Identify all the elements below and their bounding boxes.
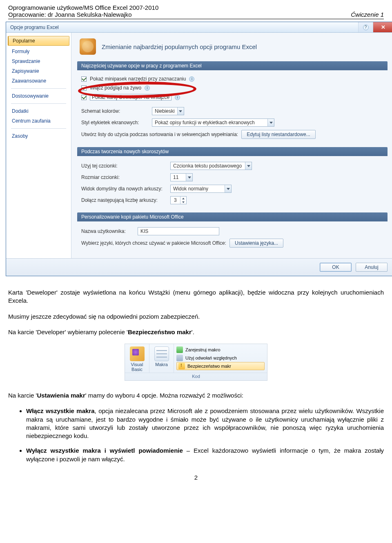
default-view-value: Widok normalny bbox=[171, 186, 225, 192]
chevron-up-icon bbox=[180, 197, 186, 200]
checkbox-live-preview[interactable] bbox=[81, 85, 87, 91]
ribbon-relative-refs-label: Użyj odwołań względnych bbox=[185, 355, 237, 360]
sheet-count-value: 3 bbox=[171, 197, 180, 204]
titlebar-text: Opcje programu Excel bbox=[10, 25, 358, 30]
options-icon bbox=[80, 38, 96, 55]
excel-options-dialog: Opcje programu Excel ? ✕ Popularne Formu… bbox=[6, 22, 392, 276]
ribbon-visual-basic-label: Visual Basic bbox=[126, 362, 148, 372]
relative-refs-icon bbox=[176, 355, 183, 361]
username-label: Nazwa użytkownika: bbox=[81, 228, 134, 234]
default-view-label: Widok domyślny dla nowych arkuszy: bbox=[81, 186, 167, 192]
info-icon[interactable]: i bbox=[189, 76, 194, 82]
header-right: Ćwiczenie 1 bbox=[351, 11, 384, 18]
ribbon-code-group: Visual Basic Makra Zarejestruj makro Uży… bbox=[125, 344, 267, 381]
font-size-value: 11 bbox=[171, 174, 186, 180]
sidebar-item-popularne[interactable]: Popularne bbox=[8, 36, 69, 46]
font-value: Czcionka tekstu podstawowego bbox=[171, 163, 245, 169]
checkbox-live-preview-label: Włącz podgląd na żywo bbox=[90, 85, 141, 91]
color-scheme-value: Niebieski bbox=[152, 108, 177, 114]
paragraph-2: Musimy jeszcze zdecydować się na odpowie… bbox=[8, 313, 384, 321]
sheet-count-stepper[interactable]: 3 bbox=[170, 196, 187, 204]
header-line1: Oprogramowanie użytkowe/MS Office Excel … bbox=[8, 4, 158, 11]
screentip-style-combo[interactable]: Pokaż opisy funkcji w etykietkach ekrano… bbox=[152, 118, 274, 127]
close-icon: ✕ bbox=[381, 24, 385, 30]
language-settings-button[interactable]: Ustawienia języka... bbox=[229, 239, 283, 248]
visual-basic-icon bbox=[130, 346, 145, 361]
font-size-combo[interactable]: 11 bbox=[170, 173, 193, 181]
sidebar-item-zasoby[interactable]: Zasoby bbox=[6, 131, 71, 141]
titlebar: Opcje programu Excel ? ✕ bbox=[6, 22, 392, 33]
chevron-down-icon bbox=[186, 174, 192, 181]
checkbox-developer-tab-label: Pokaż kartę Deweloper na Wstążce bbox=[90, 94, 172, 101]
options-main-title: Zmienianie najbardziej popularnych opcji… bbox=[102, 43, 257, 50]
chevron-down-icon bbox=[267, 119, 274, 126]
font-label: Użyj tej czcionki: bbox=[81, 163, 167, 169]
ribbon-record-macro[interactable]: Zarejestruj makro bbox=[176, 346, 265, 354]
sidebar-divider bbox=[11, 88, 66, 89]
edit-custom-lists-button[interactable]: Edytuj listy niestandardowe... bbox=[241, 130, 315, 139]
font-combo[interactable]: Czcionka tekstu podstawowego bbox=[170, 162, 252, 170]
page-number: 2 bbox=[8, 474, 384, 481]
ribbon-visual-basic-button[interactable]: Visual Basic bbox=[125, 344, 149, 373]
ribbon-record-macro-label: Zarejestruj makro bbox=[185, 347, 220, 352]
list-item-enable-all: Włącz wszystkie makra, opcja niezalecana… bbox=[26, 407, 384, 440]
ribbon-group-label: Kod bbox=[125, 373, 267, 380]
help-icon: ? bbox=[363, 25, 369, 30]
ribbon-macros-button[interactable]: Makra bbox=[149, 344, 174, 373]
ribbon-relative-refs[interactable]: Użyj odwołań względnych bbox=[176, 354, 265, 362]
section-header-new-workbooks: Podczas tworzenia nowych skoroszytów bbox=[77, 147, 388, 156]
chevron-down-icon bbox=[245, 162, 252, 170]
paragraph-4: Na karcie 'Ustawienia makr' mamy do wybo… bbox=[8, 391, 384, 400]
ribbon-macro-security-label: Bezpieczeństwo makr bbox=[187, 364, 231, 369]
custom-lists-label: Utwórz listy do użycia podczas sortowani… bbox=[81, 132, 238, 137]
screentip-style-label: Styl etykietek ekranowych: bbox=[81, 120, 149, 125]
options-list: Włącz wszystkie makra, opcja niezalecana… bbox=[8, 407, 384, 463]
close-button[interactable]: ✕ bbox=[373, 22, 392, 32]
paragraph-1: Karta 'Deweloper' zostaje wyświetlona na… bbox=[8, 288, 384, 305]
macro-security-icon bbox=[178, 363, 185, 369]
sidebar-divider bbox=[11, 103, 66, 104]
language-label: Wybierz języki, których chcesz używać w … bbox=[81, 240, 226, 246]
ribbon-macros-label: Makra bbox=[150, 362, 173, 367]
options-sidebar: Popularne Formuły Sprawdzanie Zapisywani… bbox=[6, 33, 71, 258]
chevron-down-icon bbox=[225, 185, 231, 192]
ok-button[interactable]: OK bbox=[320, 263, 352, 272]
ribbon-macro-security[interactable]: Bezpieczeństwo makr bbox=[176, 362, 265, 370]
list-item-disable-notify: Wyłącz wszystkie makra i wyświetl powiad… bbox=[26, 447, 384, 463]
sidebar-item-zapisywanie[interactable]: Zapisywanie bbox=[6, 66, 71, 76]
record-macro-icon bbox=[176, 346, 183, 353]
chevron-down-icon bbox=[180, 200, 186, 204]
color-scheme-combo[interactable]: Niebieski bbox=[152, 107, 184, 115]
checkbox-minibar-label: Pokaż minipasek narzędzi przy zaznaczani… bbox=[90, 76, 186, 82]
options-main-pane: Zmienianie najbardziej popularnych opcji… bbox=[71, 33, 392, 258]
screentip-style-value: Pokaż opisy funkcji w etykietkach ekrano… bbox=[152, 120, 267, 125]
dialog-footer: OK Anuluj bbox=[6, 258, 392, 276]
paragraph-3: Na karcie 'Developer' wybieramy poleceni… bbox=[8, 328, 384, 336]
sheet-count-label: Dołącz następującą liczbę arkuszy: bbox=[81, 197, 167, 203]
macros-icon bbox=[154, 346, 169, 361]
section-header-personalize: Personalizowanie kopii pakietu Microsoft… bbox=[77, 212, 388, 221]
section-header-common: Najczęściej używane opcje w pracy z prog… bbox=[77, 61, 388, 70]
help-button[interactable]: ? bbox=[358, 22, 373, 32]
sidebar-item-centrum-zaufania[interactable]: Centrum zaufania bbox=[6, 116, 71, 126]
checkbox-developer-tab[interactable] bbox=[81, 95, 87, 100]
checkbox-minibar[interactable] bbox=[81, 76, 87, 82]
page-header: Oprogramowanie użytkowe/MS Office Excel … bbox=[8, 4, 384, 19]
info-icon[interactable]: i bbox=[175, 95, 180, 100]
username-input[interactable]: KIS bbox=[138, 227, 219, 235]
sidebar-item-dodatki[interactable]: Dodatki bbox=[6, 106, 71, 116]
sidebar-item-sprawdzanie[interactable]: Sprawdzanie bbox=[6, 56, 71, 66]
font-size-label: Rozmiar czcionki: bbox=[81, 174, 167, 180]
sidebar-item-formuly[interactable]: Formuły bbox=[6, 47, 71, 56]
chevron-down-icon bbox=[177, 107, 184, 115]
header-left: Oprogramowanie użytkowe/MS Office Excel … bbox=[8, 4, 158, 18]
sidebar-divider bbox=[11, 128, 66, 129]
sidebar-item-zaawansowane[interactable]: Zaawansowane bbox=[6, 76, 71, 86]
sidebar-item-dostosowywanie[interactable]: Dostosowywanie bbox=[6, 91, 71, 101]
color-scheme-label: Schemat kolorów: bbox=[81, 108, 149, 114]
header-line2: Opracowanie: dr Joanna Sekulska-Nalewajk… bbox=[8, 11, 158, 18]
default-view-combo[interactable]: Widok normalny bbox=[170, 185, 232, 193]
cancel-button[interactable]: Anuluj bbox=[356, 263, 388, 272]
info-icon[interactable]: i bbox=[145, 85, 150, 91]
